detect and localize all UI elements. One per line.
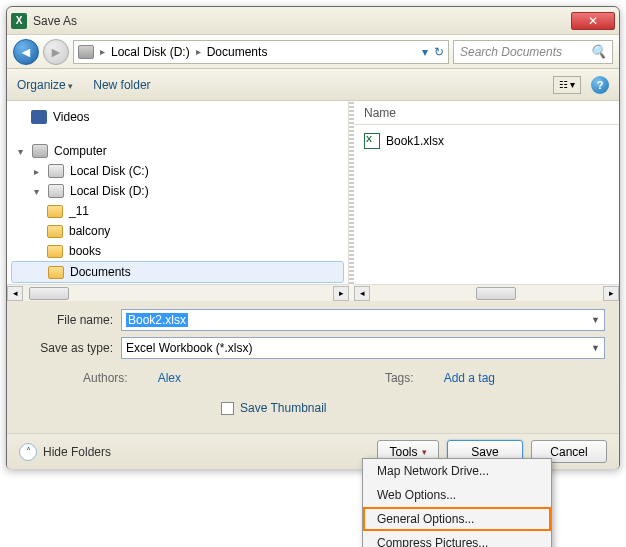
chevron-down-icon[interactable]: ▼ (591, 315, 600, 325)
file-list-area: Name Book1.xlsx (354, 101, 619, 284)
form: File name: Book2.xlsx ▼ Save as type: Ex… (7, 301, 619, 433)
search-icon: 🔍 (590, 44, 606, 59)
file-name-label: File name: (21, 313, 121, 327)
search-input[interactable]: Search Documents 🔍 (453, 40, 613, 64)
menu-item-compress-pictures[interactable]: Compress Pictures... (363, 531, 551, 547)
chevron-up-icon: ˄ (19, 443, 37, 461)
tree-scrollbar[interactable]: ◂▸ (7, 284, 349, 301)
close-button[interactable]: ✕ (571, 12, 615, 30)
chevron-down-icon[interactable]: ▼ (591, 343, 600, 353)
tree-item-folder[interactable]: books (11, 241, 344, 261)
refresh-icon[interactable]: ↻ (434, 45, 444, 59)
file-name-input[interactable]: Book2.xlsx ▼ (121, 309, 605, 331)
tree-item-folder[interactable]: balcony (11, 221, 344, 241)
search-placeholder: Search Documents (460, 45, 562, 59)
computer-icon (32, 144, 48, 158)
breadcrumb-dropdown-icon[interactable]: ▾ (422, 45, 428, 59)
save-type-label: Save as type: (21, 341, 121, 355)
breadcrumb-item[interactable]: Documents (207, 45, 268, 59)
address-bar: ◄ ► ▸ Local Disk (D:) ▸ Documents ▾ ↻ Se… (7, 35, 619, 69)
organize-button[interactable]: Organize (17, 78, 73, 92)
breadcrumb-item[interactable]: Local Disk (D:) (111, 45, 190, 59)
folder-tree: Videos ▾ Computer ▸ Local Disk (C:) ▾ Lo… (7, 101, 349, 284)
tags-value[interactable]: Add a tag (444, 371, 495, 385)
new-folder-button[interactable]: New folder (93, 78, 150, 92)
save-type-select[interactable]: Excel Workbook (*.xlsx) ▼ (121, 337, 605, 359)
column-header-name[interactable]: Name (354, 101, 619, 125)
file-scrollbar[interactable]: ◂▸ (354, 284, 619, 301)
folder-icon (47, 225, 63, 238)
forward-button[interactable]: ► (43, 39, 69, 65)
breadcrumb[interactable]: ▸ Local Disk (D:) ▸ Documents ▾ ↻ (73, 40, 449, 64)
back-button[interactable]: ◄ (13, 39, 39, 65)
menu-item-general-options[interactable]: General Options... (363, 507, 551, 531)
tree-item-disk-d[interactable]: ▾ Local Disk (D:) (11, 181, 344, 201)
expand-icon[interactable]: ▾ (31, 186, 42, 197)
disk-icon (48, 184, 64, 198)
file-list: Book1.xlsx (354, 125, 619, 284)
tags-label: Tags: (385, 371, 414, 385)
folder-icon (47, 245, 63, 258)
expand-icon[interactable]: ▾ (15, 146, 26, 157)
folder-icon (48, 266, 64, 279)
drive-icon (78, 45, 94, 59)
save-thumbnail-checkbox[interactable] (221, 402, 234, 415)
folder-icon (47, 205, 63, 218)
toolbar: Organize New folder ☷ ▾ ? (7, 69, 619, 101)
excel-icon: X (11, 13, 27, 29)
tree-item-disk-c[interactable]: ▸ Local Disk (C:) (11, 161, 344, 181)
tools-dropdown: Map Network Drive... Web Options... Gene… (362, 458, 552, 547)
file-item-book1[interactable]: Book1.xlsx (364, 131, 609, 151)
tree-item-folder[interactable]: _11 (11, 201, 344, 221)
authors-value[interactable]: Alex (158, 371, 181, 385)
help-icon[interactable]: ? (591, 76, 609, 94)
window-title: Save As (33, 14, 77, 28)
expand-icon[interactable]: ▸ (31, 166, 42, 177)
save-as-dialog: X Save As ✕ ◄ ► ▸ Local Disk (D:) ▸ Docu… (6, 6, 620, 469)
view-mode-button[interactable]: ☷ ▾ (553, 76, 581, 94)
titlebar: X Save As ✕ (7, 7, 619, 35)
xlsx-icon (364, 133, 380, 149)
body: Videos ▾ Computer ▸ Local Disk (C:) ▾ Lo… (7, 101, 619, 284)
menu-item-web-options[interactable]: Web Options... (363, 483, 551, 507)
menu-item-map-drive[interactable]: Map Network Drive... (363, 459, 551, 483)
videos-icon (31, 110, 47, 124)
tree-item-videos[interactable]: Videos (11, 107, 344, 127)
tree-item-documents[interactable]: Documents (11, 261, 344, 283)
save-thumbnail-label: Save Thumbnail (240, 401, 327, 415)
hide-folders-button[interactable]: ˄ Hide Folders (19, 443, 111, 461)
tree-item-computer[interactable]: ▾ Computer (11, 141, 344, 161)
authors-label: Authors: (83, 371, 128, 385)
disk-icon (48, 164, 64, 178)
